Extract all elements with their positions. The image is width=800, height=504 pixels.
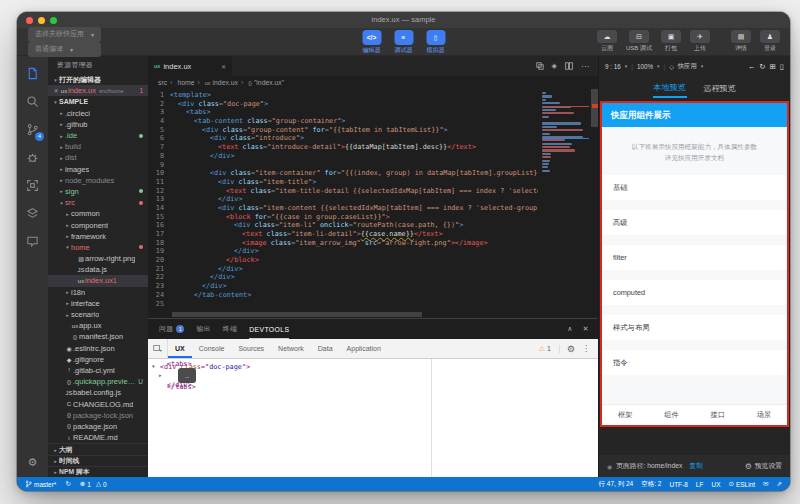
tree-item[interactable]: ▸ scenario: [48, 309, 148, 320]
app-nav-item[interactable]: 框架: [602, 405, 648, 425]
tree-item[interactable]: {} package.json: [48, 421, 148, 432]
tree-item[interactable]: ▾ src: [48, 197, 148, 208]
close-icon[interactable]: ✕: [221, 63, 226, 70]
zoom-select[interactable]: 100%: [637, 63, 653, 70]
git-branch[interactable]: master*: [25, 480, 56, 488]
sync-icon[interactable]: ↻: [65, 480, 70, 488]
open-editor-item[interactable]: ✕ ux index.ux src/home 1: [48, 85, 148, 96]
tree-item[interactable]: JS babel.config.js: [48, 387, 148, 398]
expand-arrow-icon[interactable]: ▶: [159, 373, 167, 378]
editor-tab[interactable]: ux index.ux ✕: [148, 56, 232, 76]
panel-tab[interactable]: 终端: [223, 319, 237, 339]
tree-item[interactable]: ▸ sign: [48, 186, 148, 197]
tree-item[interactable]: ▸ build: [48, 141, 148, 152]
panel-tab[interactable]: 输出: [196, 319, 210, 339]
tree-item[interactable]: i README.md: [48, 432, 148, 443]
explorer-icon[interactable]: [22, 63, 43, 84]
expand-arrow-icon[interactable]: ▼: [152, 364, 160, 369]
devtools-warning-count[interactable]: ⚠ 1: [539, 345, 560, 353]
toolbar-action-button[interactable]: ▣ 打包: [661, 30, 681, 53]
toolbar-dropdown[interactable]: 普通编译 ▾: [28, 42, 101, 57]
settings-gear-icon[interactable]: ⚙: [28, 456, 38, 469]
tree-item[interactable]: ▨ arrow-right.png: [48, 253, 148, 264]
minimize-window-button[interactable]: [38, 17, 45, 24]
feedback-mail-icon[interactable]: ✉: [763, 480, 768, 488]
source-control-icon[interactable]: 4: [22, 119, 43, 140]
tree-item[interactable]: ▸ images: [48, 164, 148, 175]
preview-tab[interactable]: 远程预览: [703, 80, 737, 97]
app-list-item[interactable]: 样式与布局: [602, 315, 787, 340]
zoom-window-button[interactable]: [50, 17, 57, 24]
devtools-tab[interactable]: Network: [271, 339, 311, 358]
apps-grid-icon[interactable]: ⊞: [770, 62, 776, 71]
aspect-ratio-select[interactable]: 9 : 16: [605, 63, 621, 70]
preview-settings-label[interactable]: 预览设置: [755, 461, 782, 471]
devtools-tab[interactable]: Data: [311, 339, 340, 358]
code-editor[interactable]: 1 <template> 2 <div class="doc-page"> 3: [148, 89, 598, 318]
toolbar-dropdown[interactable]: 选择关联快应用 ▾: [28, 27, 101, 42]
compare-icon[interactable]: [536, 62, 544, 70]
styles-pane[interactable]: [432, 359, 598, 477]
tree-item[interactable]: {} .quickapp.preview.json U: [48, 376, 148, 387]
mode-button[interactable]: ≡ 调试器: [394, 30, 413, 55]
vertical-scrollbar[interactable]: [591, 89, 598, 127]
eol[interactable]: LF: [696, 481, 704, 488]
toolbar-action-button[interactable]: ✈ 上传: [690, 30, 710, 53]
feedback-icon[interactable]: [22, 231, 43, 252]
search-icon[interactable]: [22, 91, 43, 112]
inspect-element-icon[interactable]: [148, 339, 168, 358]
preview-tab[interactable]: 本地预览: [653, 79, 687, 98]
preview-settings-gear-icon[interactable]: ⚙: [745, 462, 752, 471]
linter-status[interactable]: ⊙ ESLint: [728, 480, 755, 488]
devtools-tab[interactable]: UX: [168, 339, 192, 358]
tree-item[interactable]: ▸ component: [48, 219, 148, 230]
app-list-item[interactable]: 高级: [602, 210, 787, 235]
tree-item[interactable]: ▸ node_modules: [48, 175, 148, 186]
devtools-tab[interactable]: Sources: [231, 339, 271, 358]
devtools-tab[interactable]: Application: [340, 339, 388, 358]
breadcrumb-item[interactable]: home: [167, 79, 194, 86]
more-actions-icon[interactable]: ⋯: [581, 62, 589, 71]
tree-item[interactable]: ▸ dist: [48, 152, 148, 163]
maximize-panel-icon[interactable]: ∧: [567, 325, 573, 333]
sidebar-section-header[interactable]: ▸ 时间线: [48, 455, 148, 466]
layers-icon[interactable]: [22, 203, 43, 224]
preview-icon[interactable]: ◈: [552, 62, 557, 70]
tree-item[interactable]: {} manifest.json: [48, 331, 148, 342]
indentation[interactable]: 空格: 2: [641, 480, 661, 489]
toolbar-action-button[interactable]: ▤ 详情: [731, 30, 751, 53]
language-mode[interactable]: UX: [711, 481, 720, 488]
elements-tree[interactable]: ▼ <div class="doc-page"> ▶ <tabs>…</tabs…: [148, 359, 432, 477]
sidebar-section-header[interactable]: ▸ NPM 脚本: [48, 466, 148, 477]
toolbar-action-button[interactable]: ♟ 登录: [760, 30, 780, 53]
minimap[interactable]: [542, 92, 589, 308]
encoding[interactable]: UTF-8: [669, 481, 687, 488]
simulator-frame-icon[interactable]: [22, 175, 43, 196]
tree-item[interactable]: ux app.ux: [48, 320, 148, 331]
tree-item[interactable]: C CHANGELOG.md: [48, 398, 148, 409]
tree-item[interactable]: ▸ .ide: [48, 130, 148, 141]
breadcrumb-item[interactable]: ux index.ux: [194, 79, 237, 86]
devtools-settings-icon[interactable]: ⚙: [567, 344, 575, 354]
app-list-item[interactable]: computed: [602, 280, 787, 305]
refresh-icon[interactable]: ↻: [759, 62, 765, 71]
horizontal-scrollbar[interactable]: [172, 312, 422, 317]
close-panel-icon[interactable]: ✕: [583, 325, 589, 333]
breadcrumb-item[interactable]: src: [158, 79, 167, 86]
mode-button[interactable]: </> 编辑器: [362, 30, 381, 55]
device-frame-icon[interactable]: ▯: [780, 62, 784, 71]
close-icon[interactable]: ✕: [52, 87, 60, 94]
app-nav-item[interactable]: 接口: [695, 405, 741, 425]
devtools-menu-icon[interactable]: ⋮: [582, 344, 590, 353]
app-list-item[interactable]: filter: [602, 245, 787, 270]
problems-summary[interactable]: ⊗1 △0: [80, 480, 107, 488]
tree-item[interactable]: ◆ .gitignore: [48, 354, 148, 365]
copy-path-link[interactable]: 复制: [689, 461, 703, 471]
cursor-position[interactable]: 行 47, 列 24: [599, 480, 634, 489]
tree-item[interactable]: ▸ .github: [48, 119, 148, 130]
tree-item[interactable]: {} package-lock.json: [48, 410, 148, 421]
split-editor-icon[interactable]: [565, 62, 573, 70]
tree-item[interactable]: ux index.ux 1: [48, 275, 148, 286]
toolbar-action-button[interactable]: ⊟ USB 调试: [626, 30, 652, 53]
debug-icon[interactable]: [22, 147, 43, 168]
